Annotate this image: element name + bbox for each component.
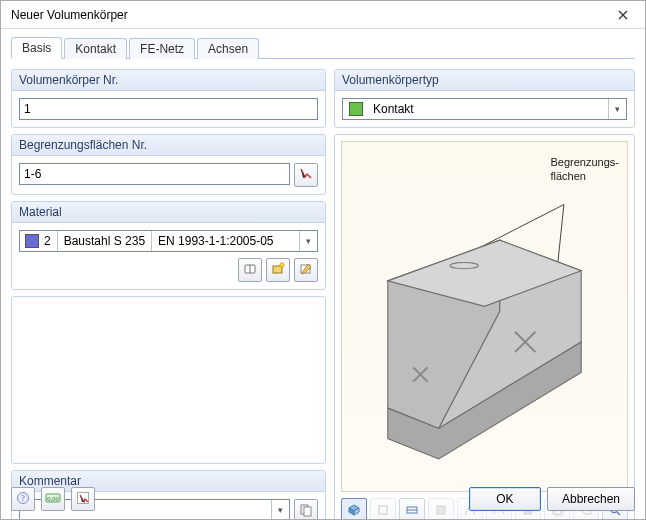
tab-fenetz[interactable]: FE-Netz	[129, 38, 195, 59]
group-material-header: Material	[12, 202, 325, 223]
type-selected: Kontakt	[369, 102, 608, 116]
close-button[interactable]	[601, 1, 645, 29]
tab-basis[interactable]: Basis	[11, 37, 62, 59]
type-combo[interactable]: Kontakt ▾	[342, 98, 627, 120]
boundary-surfaces-input[interactable]	[19, 163, 290, 185]
material-standard: EN 1993-1-1:2005-05	[151, 231, 279, 251]
tab-fenetz-label: FE-Netz	[140, 42, 184, 56]
material-combo[interactable]: 2 Baustahl S 235 EN 1993-1-1:2005-05 ▾	[19, 230, 318, 252]
tab-achsen-label: Achsen	[208, 42, 248, 56]
svg-line-6	[474, 205, 564, 251]
svg-line-24	[617, 512, 620, 515]
preview-annotation-line2: flächen	[551, 170, 586, 182]
tab-basis-label: Basis	[22, 41, 51, 55]
window-title: Neuer Volumenkörper	[11, 8, 601, 22]
group-type: Volumenkörpertyp Kontakt ▾	[334, 69, 635, 128]
pick-surfaces-icon	[299, 167, 313, 184]
preview-annotation: Begrenzungs- flächen	[551, 156, 620, 184]
ok-button[interactable]: OK	[469, 487, 541, 511]
material-number: 2	[44, 231, 57, 251]
tab-kontakt[interactable]: Kontakt	[64, 38, 127, 59]
preview-canvas[interactable]: Begrenzungs- flächen	[341, 141, 628, 492]
material-swatch-icon	[25, 234, 39, 248]
pick-surfaces-button[interactable]	[294, 163, 318, 187]
group-solid-no: Volumenkörper Nr.	[11, 69, 326, 128]
help-icon: ?	[16, 491, 30, 508]
new-material-icon	[271, 262, 285, 279]
type-swatch-icon	[349, 102, 363, 116]
edit-material-icon	[299, 262, 313, 279]
tab-kontakt-label: Kontakt	[75, 42, 116, 56]
empty-panel	[11, 296, 326, 464]
help-button[interactable]: ?	[11, 487, 35, 511]
material-name: Baustahl S 235	[57, 231, 151, 251]
tab-achsen[interactable]: Achsen	[197, 38, 259, 59]
new-material-button[interactable]	[266, 258, 290, 282]
chevron-down-icon: ▾	[608, 99, 626, 119]
pick-footer-button[interactable]	[71, 487, 95, 511]
tab-strip: Basis Kontakt FE-Netz Achsen	[11, 37, 635, 59]
group-type-header: Volumenkörpertyp	[335, 70, 634, 91]
preview-panel: Begrenzungs- flächen	[334, 134, 635, 520]
svg-text:?: ?	[21, 494, 25, 503]
chevron-down-icon: ▾	[299, 231, 317, 251]
preview-solid-icon	[342, 142, 627, 491]
units-icon: 0,00	[45, 491, 61, 508]
svg-point-2	[280, 262, 284, 266]
material-library-icon	[243, 262, 257, 279]
svg-text:0,00: 0,00	[47, 495, 58, 502]
pick-icon	[76, 491, 90, 508]
units-button[interactable]: 0,00	[41, 487, 65, 511]
solid-no-input[interactable]	[19, 98, 318, 120]
preview-annotation-line1: Begrenzungs-	[551, 156, 620, 168]
group-boundary-header: Begrenzungsflächen Nr.	[12, 135, 325, 156]
cancel-button[interactable]: Abbrechen	[547, 487, 635, 511]
edit-material-button[interactable]	[294, 258, 318, 282]
group-material: Material 2 Baustahl S 235 EN 1993-1-1:20…	[11, 201, 326, 290]
group-boundary: Begrenzungsflächen Nr.	[11, 134, 326, 195]
material-library-button[interactable]	[238, 258, 262, 282]
group-solid-no-header: Volumenkörper Nr.	[12, 70, 325, 91]
